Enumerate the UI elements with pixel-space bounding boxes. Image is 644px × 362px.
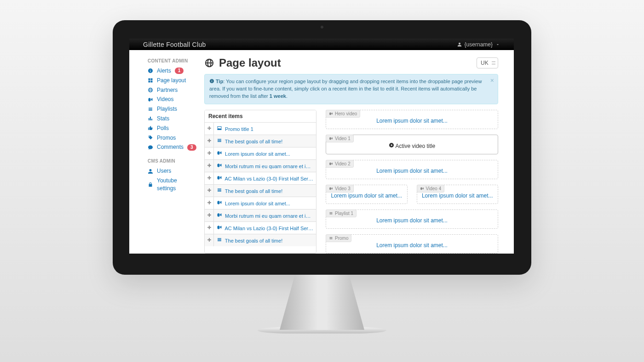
video-icon — [329, 162, 333, 166]
drag-handle[interactable] — [205, 197, 214, 209]
drag-handle[interactable] — [205, 172, 214, 184]
dropzone-video3[interactable]: Video 3 Lorem ipsum dolor sit amet... — [326, 185, 408, 204]
info-icon — [209, 79, 214, 84]
sidebar-item-users[interactable]: Users — [148, 166, 195, 176]
sidebar-item-alerts[interactable]: Alerts 1 — [148, 66, 195, 76]
video-icon — [420, 187, 424, 191]
sidebar-item-comments[interactable]: Comments 3 — [148, 142, 195, 152]
user-icon — [148, 169, 153, 174]
recent-item[interactable]: The best goals of all time! — [205, 185, 316, 197]
recent-items-panel: Recent items Promo title 1 The best goal… — [204, 110, 316, 254]
sidebar-item-label: Users — [157, 167, 171, 175]
drag-handle[interactable] — [205, 123, 214, 135]
recent-item-link[interactable]: The best goals of all time! — [214, 135, 316, 147]
move-icon — [207, 200, 212, 206]
globe-icon — [204, 58, 214, 68]
recent-item-link[interactable]: Morbi rutrum mi eu quam ornare et interd… — [214, 209, 316, 221]
move-icon — [207, 163, 212, 169]
sidebar-item-youtube[interactable]: Youtube settings — [148, 176, 195, 193]
monitor-stand — [280, 275, 364, 330]
recent-item-link[interactable]: The best goals of all time! — [214, 234, 316, 246]
globe-icon — [148, 87, 153, 93]
recent-item-link[interactable]: Lorem ipsum dolor sit amet... — [214, 147, 316, 159]
sidebar-item-promos[interactable]: Promos — [148, 133, 195, 143]
recent-item-link[interactable]: AC Milan vs Lazio (3-0) First Half Serie… — [214, 172, 316, 184]
drag-handle[interactable] — [205, 209, 214, 221]
app-screen: Gillette Football Club {username} CONTEN… — [129, 39, 514, 254]
sidebar-item-polls[interactable]: Polls — [148, 124, 195, 133]
grid-icon — [148, 78, 153, 83]
recent-item-link[interactable]: The best goals of all time! — [214, 185, 316, 197]
region-select[interactable]: UK — [477, 57, 498, 68]
sidebar-item-pagelayout[interactable]: Page layout — [148, 76, 195, 85]
sidebar: CONTENT ADMIN Alerts 1 Page layout Partn… — [129, 50, 200, 254]
move-icon — [207, 213, 212, 218]
sidebar-item-stats[interactable]: Stats — [148, 114, 195, 124]
recent-item-link[interactable]: Promo title 1 — [214, 123, 316, 135]
recent-item[interactable]: Lorem ipsum dolor sit amet... — [205, 197, 316, 209]
sidebar-item-playlists[interactable]: Playlists — [148, 104, 195, 114]
drag-handle[interactable] — [205, 135, 214, 147]
dropzone-title: Lorem ipsum dolor sit amet... — [331, 192, 402, 199]
type-icon — [217, 151, 222, 157]
drag-handle[interactable] — [205, 147, 214, 159]
video-icon — [148, 97, 153, 102]
move-icon — [207, 151, 212, 156]
dropzone-title: Active video title — [389, 142, 435, 149]
drag-handle[interactable] — [205, 185, 214, 197]
sidebar-item-label: Comments — [157, 143, 184, 151]
recent-item-link[interactable]: Lorem ipsum dolor sit amet... — [214, 197, 316, 209]
dropzone-video2[interactable]: Video 2 Lorem ipsum dolor sit amet... — [326, 160, 498, 179]
recent-item-link[interactable]: AC Milan vs Lazio (3-0) First Half Serie… — [214, 222, 316, 234]
monitor-frame: Gillette Football Club {username} CONTEN… — [113, 20, 531, 275]
type-icon — [217, 226, 222, 231]
recent-item[interactable]: Lorem ipsum dolor sit amet... — [205, 147, 316, 160]
dropzone-tag: Video 1 — [326, 135, 354, 142]
dropzone-video4[interactable]: Video 4 Lorem ipsum dolor sit amet... — [417, 185, 499, 204]
sidebar-item-videos[interactable]: Videos — [148, 95, 195, 104]
sidebar-item-label: Alerts — [157, 67, 171, 75]
dropzone-promo[interactable]: Promo Lorem ipsum dolor sit amet... — [326, 234, 498, 254]
camera-dot — [321, 26, 323, 28]
recent-item[interactable]: Morbi rutrum mi eu quam ornare et interd… — [205, 160, 316, 172]
dropzone-title: Lorem ipsum dolor sit amet... — [376, 168, 448, 174]
brand-title: Gillette Football Club — [143, 41, 206, 48]
dropzone-title: Lorem ipsum dolor sit amet... — [376, 242, 448, 249]
dropzone-video1[interactable]: Video 1 Active video title — [326, 135, 498, 154]
drag-handle[interactable] — [205, 222, 214, 234]
dropzone-playlist1[interactable]: Playlist 1 Lorem ipsum dolor sit amet... — [326, 209, 498, 229]
comment-icon — [148, 145, 153, 150]
drag-handle[interactable] — [205, 234, 214, 246]
recent-item[interactable]: Morbi rutrum mi eu quam ornare et interd… — [205, 209, 316, 222]
sidebar-item-label: Stats — [157, 115, 169, 123]
chart-icon — [148, 116, 153, 121]
tip-close-button[interactable]: × — [490, 77, 494, 84]
move-icon — [207, 126, 212, 131]
list-icon — [329, 236, 333, 240]
sidebar-item-label: Partners — [157, 86, 178, 94]
recent-item[interactable]: AC Milan vs Lazio (3-0) First Half Serie… — [205, 172, 316, 185]
user-menu[interactable]: {username} — [457, 41, 500, 48]
tip-lead: Tip — [216, 79, 223, 84]
sidebar-item-partners[interactable]: Partners — [148, 85, 195, 95]
recent-item[interactable]: Promo title 1 — [205, 123, 316, 135]
page-header: Page layout UK — [204, 57, 498, 69]
recent-item[interactable]: The best goals of all time! — [205, 234, 316, 246]
dropzone-tag: Hero video — [326, 110, 360, 118]
recent-item[interactable]: AC Milan vs Lazio (3-0) First Half Serie… — [205, 222, 316, 234]
dropzone-hero[interactable]: Hero video Lorem ipsum dolor sit amet... — [326, 110, 498, 129]
main-area: Page layout UK Tip: You can configure yo… — [200, 50, 514, 254]
drag-handle[interactable] — [205, 160, 214, 172]
play-icon — [389, 143, 394, 149]
type-icon — [217, 188, 222, 194]
recent-item[interactable]: The best goals of all time! — [205, 135, 316, 147]
recent-item-label: Promo title 1 — [225, 126, 253, 132]
dropzone-title: Lorem ipsum dolor sit amet... — [376, 217, 448, 224]
dropzone-tag: Video 4 — [417, 185, 445, 192]
dropzone-tag: Playlist 1 — [326, 209, 356, 217]
sidebar-heading-content: CONTENT ADMIN — [148, 58, 195, 63]
user-icon — [457, 42, 462, 47]
recent-item-link[interactable]: Morbi rutrum mi eu quam ornare et interd… — [214, 160, 316, 172]
recent-item-label: The best goals of all time! — [225, 238, 282, 243]
type-icon — [217, 176, 222, 181]
